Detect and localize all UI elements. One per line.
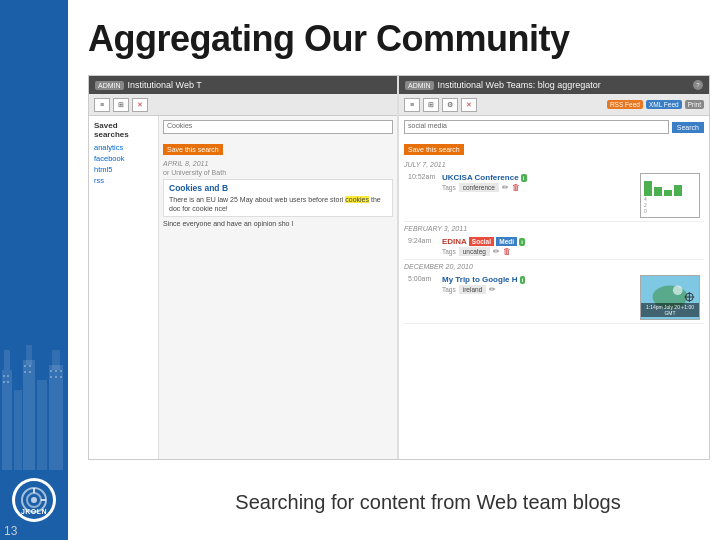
sidebar-item-facebook[interactable]: facebook — [94, 153, 153, 164]
entry-row-1: 10:52am UKCISA Conference i Tags confere… — [404, 170, 704, 222]
right-panel-header: ADMIN Institutional Web Teams: blog aggr… — [399, 76, 709, 94]
entry-row-3: 5:00am My Trip to Google H i Tags irelan… — [404, 272, 704, 324]
social-badge: Social — [469, 237, 494, 246]
left-panel-toolbar: ≡ ⊞ ✕ — [89, 94, 397, 116]
highlight-cookies: cookies — [345, 196, 369, 203]
time-3: 5:00am — [408, 275, 438, 320]
time-1: 10:52am — [408, 173, 438, 218]
tag-row-2: Tags uncateg ✏ 🗑 — [442, 247, 700, 256]
print-btn[interactable]: Print — [685, 100, 704, 109]
map-thumb: 1:14pm July 20 +1:00 GMT — [640, 275, 700, 320]
tag-row-3: Tags ireland ✏ — [442, 285, 636, 294]
svg-rect-7 — [52, 350, 60, 370]
svg-rect-4 — [26, 345, 32, 365]
toolbar-list-btn[interactable]: ≡ — [94, 98, 110, 112]
rss-feed-btn[interactable]: RSS Feed — [607, 100, 643, 109]
entry-title-text-1: UKCISA Conference — [442, 173, 519, 182]
tag-label-2: Tags — [442, 248, 456, 255]
toolbar-delete-btn[interactable]: ✕ — [132, 98, 148, 112]
map-timestamp: 1:14pm July 20 +1:00 GMT — [641, 303, 699, 317]
help-icon[interactable]: ? — [693, 80, 703, 90]
extra-text-left: Since everyone and have an opinion sho l — [163, 220, 393, 227]
svg-rect-19 — [50, 376, 52, 378]
entry-badge-3: i — [520, 276, 526, 284]
sidebar-item-html5[interactable]: html5 — [94, 164, 153, 175]
entry-badge-2: i — [519, 238, 525, 246]
date-entry2: FEBRUARY 3, 2011 — [404, 225, 704, 232]
edit-icon-1[interactable]: ✏ — [502, 183, 509, 192]
tag-value-3: ireland — [459, 285, 487, 294]
xml-feed-btn[interactable]: XML Feed — [646, 100, 682, 109]
search-btn[interactable]: Search — [672, 122, 704, 133]
svg-rect-1 — [4, 350, 10, 370]
sidebar-item-analytics[interactable]: analytics — [94, 142, 153, 153]
sub-label-left: or University of Bath — [163, 169, 393, 176]
right-toolbar-delete-btn[interactable]: ✕ — [461, 98, 477, 112]
left-panel: ADMIN Institutional Web T ≡ ⊞ ✕ Saved se… — [89, 76, 399, 459]
bar-1 — [644, 181, 652, 196]
svg-rect-6 — [49, 365, 63, 470]
entry-title-text-3: My Trip to Google H — [442, 275, 518, 284]
saved-label-text: Saved searches — [94, 121, 129, 139]
entry-row-2: 9:24am EDINA Social Medi i Tags uncateg — [404, 234, 704, 260]
tag-label-1: Tags — [442, 184, 456, 191]
bar-4 — [674, 185, 682, 196]
left-search-input[interactable]: Cookies — [163, 120, 393, 134]
entry-title-1: UKCISA Conference i — [442, 173, 636, 182]
entry-content-2: EDINA Social Medi i Tags uncateg ✏ 🗑 — [442, 237, 700, 256]
right-toolbar-list-btn[interactable]: ≡ — [404, 98, 420, 112]
blog-title-left: Cookies and B — [169, 183, 387, 193]
jkoln-circle: JKOLN — [12, 478, 56, 522]
left-panel-title: Institutional Web T — [128, 80, 202, 90]
date-entry3: DECEMBER 20, 2010 — [404, 263, 704, 270]
tag-value-2: uncateg — [459, 247, 490, 256]
svg-rect-8 — [3, 375, 5, 377]
left-panel-body: Saved searches analytics facebook html5 … — [89, 116, 397, 459]
right-toolbar-grid-btn[interactable]: ⊞ — [423, 98, 439, 112]
svg-rect-12 — [24, 365, 26, 367]
svg-rect-9 — [7, 375, 9, 377]
bar-2 — [654, 187, 662, 197]
jkoln-label: JKOLN — [21, 508, 47, 515]
svg-rect-0 — [2, 370, 12, 470]
jkoln-logo: JKOLN — [2, 470, 66, 530]
blog-title-text: Cookies and B — [169, 183, 228, 193]
svg-rect-3 — [23, 360, 35, 470]
svg-rect-2 — [14, 390, 22, 470]
svg-rect-18 — [60, 370, 62, 372]
save-search-btn-right[interactable]: Save this search — [404, 144, 464, 155]
svg-rect-16 — [50, 370, 52, 372]
left-content-col: Cookies Save this search APRIL 8, 2011 o… — [159, 116, 397, 459]
edit-icon-2[interactable]: ✏ — [493, 247, 500, 256]
svg-rect-20 — [55, 376, 57, 378]
right-search-input[interactable]: social media — [404, 120, 669, 134]
delete-icon-2[interactable]: 🗑 — [503, 247, 511, 256]
left-search-value: Cookies — [167, 122, 192, 129]
svg-rect-14 — [24, 371, 26, 373]
svg-rect-5 — [37, 380, 47, 470]
edit-icon-3[interactable]: ✏ — [489, 285, 496, 294]
save-search-row-left: Save this search — [163, 138, 393, 156]
left-search-row: Cookies — [163, 120, 393, 134]
chart-label: 420 — [644, 196, 696, 214]
skyline-illustration — [0, 290, 68, 470]
sidebar-item-rss[interactable]: rss — [94, 175, 153, 186]
entry-content-3: My Trip to Google H i Tags ireland ✏ — [442, 275, 636, 320]
svg-rect-13 — [29, 365, 31, 367]
save-search-btn-left[interactable]: Save this search — [163, 144, 223, 155]
delete-icon-1[interactable]: 🗑 — [512, 183, 520, 192]
tag-label-3: Tags — [442, 286, 456, 293]
accent-bar — [0, 0, 68, 540]
tag-row-1: Tags conference ✏ 🗑 — [442, 183, 636, 192]
right-search-value: social media — [408, 122, 447, 129]
edina-label: EDINA — [442, 237, 469, 246]
svg-rect-15 — [29, 371, 31, 373]
left-sidebar: Saved searches analytics facebook html5 … — [89, 116, 159, 459]
left-panel-header: ADMIN Institutional Web T — [89, 76, 397, 94]
right-toolbar-settings-btn[interactable]: ⚙ — [442, 98, 458, 112]
date-label-left: APRIL 8, 2011 — [163, 160, 393, 167]
entry-title-3: My Trip to Google H i — [442, 275, 636, 284]
page-number: 13 — [4, 524, 17, 538]
screenshot-inner: ADMIN Institutional Web T ≡ ⊞ ✕ Saved se… — [89, 76, 709, 459]
toolbar-grid-btn[interactable]: ⊞ — [113, 98, 129, 112]
